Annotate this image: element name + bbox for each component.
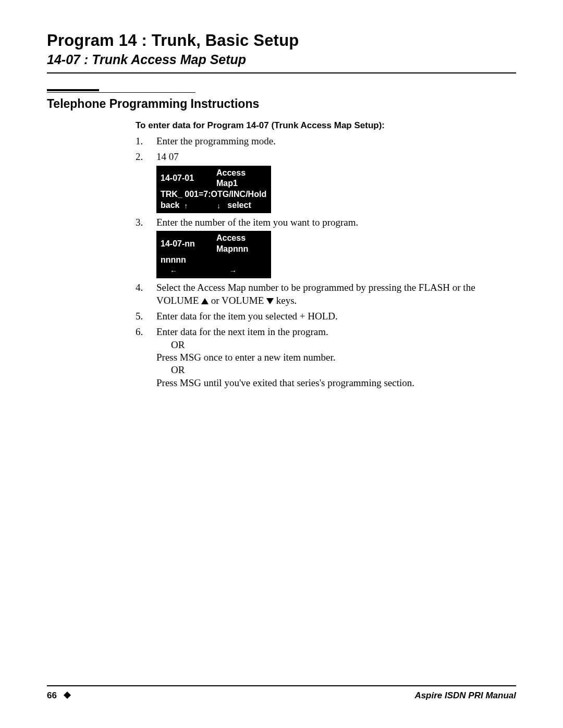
step-text: Enter data for the next item in the prog… bbox=[156, 326, 328, 337]
document-page: Program 14 : Trunk, Basic Setup 14-07 : … bbox=[0, 0, 563, 728]
step-text: 14 07 bbox=[156, 151, 179, 162]
arrow-left-icon: ← bbox=[170, 266, 177, 276]
steps-list: 1. Enter the programming mode. 2. 14 07 … bbox=[47, 135, 516, 389]
arrow-up-icon: ↑ bbox=[184, 201, 188, 211]
entry-header: To enter data for Program 14-07 (Trunk A… bbox=[136, 120, 516, 131]
lcd-line2: TRK_ 001=7:OTG/INC/Hold bbox=[161, 190, 266, 199]
step-alt2: Press MSG until you've exited that serie… bbox=[156, 377, 414, 388]
section-title: Telephone Programming Instructions bbox=[47, 97, 516, 111]
lcd-line1-left: 14-07-01 bbox=[161, 173, 211, 184]
step-1: 1. Enter the programming mode. bbox=[136, 135, 516, 147]
or-label: OR bbox=[171, 339, 185, 350]
step-text-b: or VOLUME bbox=[211, 295, 266, 306]
or-label: OR bbox=[171, 364, 185, 375]
section-underline bbox=[47, 92, 195, 93]
step-6: 6. Enter data for the next item in the p… bbox=[136, 326, 516, 389]
lcd-display-2: 14-07-nn Access Mapnnn nnnnn ← → bbox=[156, 231, 271, 278]
step-text: Enter the number of the item you want to… bbox=[156, 217, 358, 228]
page-subtitle: 14-07 : Trunk Access Map Setup bbox=[47, 52, 516, 67]
page-title: Program 14 : Trunk, Basic Setup bbox=[47, 31, 516, 50]
step-number: 1. bbox=[136, 135, 152, 147]
step-2: 2. 14 07 14-07-01 Access Map1 TRK_ 001=7… bbox=[136, 151, 516, 213]
step-number: 4. bbox=[136, 281, 152, 294]
step-number: 2. bbox=[136, 151, 152, 163]
lcd-select-label: ↓ select bbox=[217, 200, 267, 211]
volume-down-icon bbox=[266, 298, 274, 304]
step-text: Enter data for the item you selected + H… bbox=[156, 311, 338, 322]
section-bar bbox=[47, 89, 99, 91]
arrow-down-icon: ↓ bbox=[217, 201, 221, 211]
arrow-right-icon: → bbox=[229, 266, 237, 276]
step-text-c: keys. bbox=[276, 295, 297, 306]
manual-name: Aspire ISDN PRI Manual bbox=[414, 690, 516, 701]
step-4: 4. Select the Access Map number to be pr… bbox=[136, 281, 516, 307]
section: Telephone Programming Instructions To en… bbox=[47, 89, 516, 389]
step-3: 3. Enter the number of the item you want… bbox=[136, 216, 516, 279]
step-number: 5. bbox=[136, 310, 152, 323]
lcd-display-1: 14-07-01 Access Map1 TRK_ 001=7:OTG/INC/… bbox=[156, 166, 271, 213]
step-alt1: Press MSG once to enter a new item numbe… bbox=[156, 352, 336, 363]
lcd-back-label: back ↑ bbox=[161, 200, 211, 211]
title-rule bbox=[47, 72, 516, 73]
step-5: 5. Enter data for the item you selected … bbox=[136, 310, 516, 323]
page-number: 66 bbox=[47, 690, 70, 701]
step-number: 6. bbox=[136, 326, 152, 338]
lcd-line1-right: Access Mapnnn bbox=[211, 233, 267, 255]
lcd-line2: nnnnn bbox=[161, 255, 186, 264]
step-text: Enter the programming mode. bbox=[156, 135, 276, 146]
step-number: 3. bbox=[136, 216, 152, 229]
page-footer: 66 Aspire ISDN PRI Manual bbox=[47, 685, 516, 701]
diamond-icon bbox=[64, 692, 71, 699]
lcd-line1-left: 14-07-nn bbox=[161, 239, 211, 250]
volume-up-icon bbox=[201, 298, 209, 304]
lcd-line1-right: Access Map1 bbox=[211, 168, 267, 190]
